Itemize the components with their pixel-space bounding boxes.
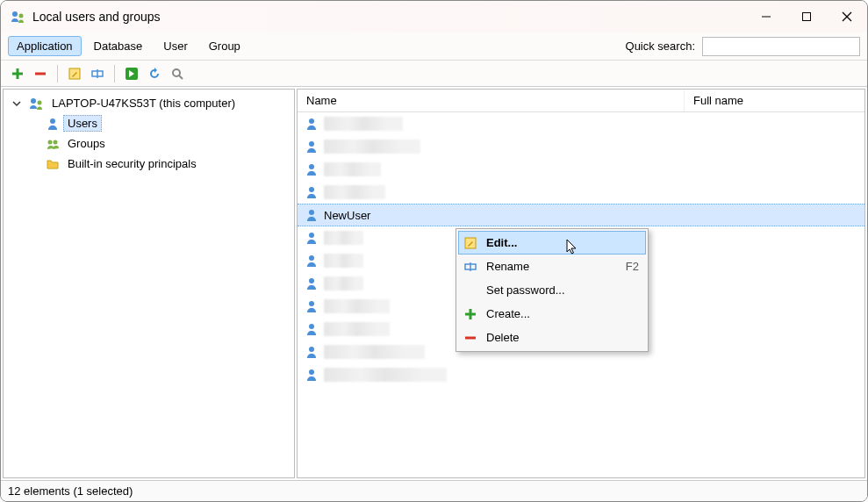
svg-point-23 xyxy=(309,187,314,192)
user-icon xyxy=(305,299,319,313)
svg-point-1 xyxy=(19,14,24,18)
svg-point-16 xyxy=(38,100,42,104)
blank-icon xyxy=(462,282,479,299)
tree-principals-label: Built-in security principals xyxy=(63,155,201,172)
svg-point-18 xyxy=(48,140,53,144)
menu-group[interactable]: Group xyxy=(200,36,249,56)
content-panel: Name Full name New xyxy=(297,89,865,478)
toolbar-edit-button[interactable] xyxy=(65,64,84,83)
svg-point-15 xyxy=(31,98,36,104)
svg-rect-3 xyxy=(803,13,811,21)
app-icon xyxy=(10,9,25,25)
user-icon xyxy=(305,162,319,176)
context-delete-label: Delete xyxy=(486,331,639,344)
user-row[interactable] xyxy=(298,158,864,181)
column-name[interactable]: Name xyxy=(298,90,684,111)
close-button[interactable] xyxy=(827,1,867,32)
svg-point-22 xyxy=(309,164,314,169)
context-set-password[interactable]: Set password... xyxy=(458,278,646,302)
tree-root-label: LAPTOP-U47KS53T (this computer) xyxy=(47,95,240,111)
blurred-name xyxy=(324,117,403,131)
menubar: Application Database User Group Quick se… xyxy=(1,32,867,61)
svg-point-29 xyxy=(309,324,314,329)
maximize-button[interactable] xyxy=(786,1,827,32)
blurred-name xyxy=(324,162,381,176)
svg-point-24 xyxy=(309,210,314,215)
toolbar-separator xyxy=(114,65,115,82)
context-rename[interactable]: Rename F2 xyxy=(458,255,646,278)
computer-icon xyxy=(28,96,44,111)
rename-icon xyxy=(462,258,479,276)
toolbar-delete-button[interactable] xyxy=(31,64,50,83)
user-icon xyxy=(305,208,319,222)
plus-icon xyxy=(462,305,479,323)
chevron-down-icon[interactable] xyxy=(12,99,25,108)
user-row[interactable] xyxy=(298,181,864,204)
blurred-name xyxy=(324,140,420,154)
window-title: Local users and groups xyxy=(32,10,161,24)
blurred-name xyxy=(324,322,390,336)
tree-groups[interactable]: Groups xyxy=(4,133,294,154)
user-icon xyxy=(305,185,319,199)
menu-user[interactable]: User xyxy=(154,36,196,56)
folder-icon xyxy=(46,157,60,171)
context-rename-label: Rename xyxy=(486,260,619,273)
titlebar: Local users and groups xyxy=(1,1,867,32)
menu-application[interactable]: Application xyxy=(8,36,82,56)
user-icon xyxy=(305,368,319,382)
context-create-label: Create... xyxy=(486,307,639,320)
svg-point-17 xyxy=(50,118,55,124)
context-edit[interactable]: Edit... xyxy=(458,231,646,255)
minus-icon xyxy=(462,329,479,347)
toolbar-separator xyxy=(57,65,58,82)
svg-point-20 xyxy=(309,118,314,124)
user-icon xyxy=(305,231,319,245)
toolbar-search-button[interactable] xyxy=(168,64,187,83)
minimize-button[interactable] xyxy=(746,1,786,32)
context-set-password-label: Set password... xyxy=(486,283,639,297)
group-icon xyxy=(46,137,60,151)
svg-point-26 xyxy=(309,255,314,261)
user-row[interactable] xyxy=(298,363,864,386)
svg-line-14 xyxy=(179,75,183,79)
context-delete[interactable]: Delete xyxy=(458,326,646,349)
tree-root[interactable]: LAPTOP-U47KS53T (this computer) xyxy=(4,93,294,113)
toolbar-refresh-button[interactable] xyxy=(145,64,164,83)
svg-point-0 xyxy=(12,11,18,17)
blurred-name xyxy=(324,185,385,199)
toolbar-rename-button[interactable] xyxy=(88,64,107,83)
tree-users[interactable]: Users xyxy=(4,113,294,133)
blurred-name xyxy=(324,254,363,268)
blurred-name xyxy=(324,345,425,359)
user-icon xyxy=(305,345,319,359)
toolbar-go-button[interactable] xyxy=(122,64,141,83)
context-menu: Edit... Rename F2 Set password... xyxy=(456,228,649,352)
context-edit-label: Edit... xyxy=(486,236,639,249)
quick-search-input[interactable] xyxy=(702,37,860,56)
quick-search-label: Quick search: xyxy=(626,39,695,53)
user-row[interactable] xyxy=(298,135,864,158)
svg-point-25 xyxy=(309,233,314,238)
menu-database[interactable]: Database xyxy=(85,36,152,56)
context-create[interactable]: Create... xyxy=(458,302,646,326)
tree-principals[interactable]: Built-in security principals xyxy=(4,154,294,174)
column-fullname[interactable]: Full name xyxy=(684,90,864,111)
svg-point-30 xyxy=(309,347,314,352)
user-row-selected[interactable]: NewUser xyxy=(298,204,864,226)
blurred-name xyxy=(324,299,390,313)
user-row[interactable] xyxy=(298,112,864,135)
toolbar xyxy=(1,61,867,87)
edit-icon xyxy=(462,234,479,252)
sidebar-tree[interactable]: LAPTOP-U47KS53T (this computer) Users Gr… xyxy=(3,89,295,478)
toolbar-add-button[interactable] xyxy=(8,64,27,83)
svg-point-13 xyxy=(173,69,180,76)
user-icon xyxy=(305,254,319,268)
blurred-name xyxy=(324,276,363,290)
user-icon xyxy=(305,140,319,154)
svg-point-21 xyxy=(309,141,314,147)
tree-groups-label: Groups xyxy=(63,135,110,152)
status-text: 12 elements (1 selected) xyxy=(8,484,133,498)
user-list[interactable]: NewUser xyxy=(298,112,864,477)
column-headers: Name Full name xyxy=(298,90,864,112)
tree-users-label: Users xyxy=(63,115,102,132)
